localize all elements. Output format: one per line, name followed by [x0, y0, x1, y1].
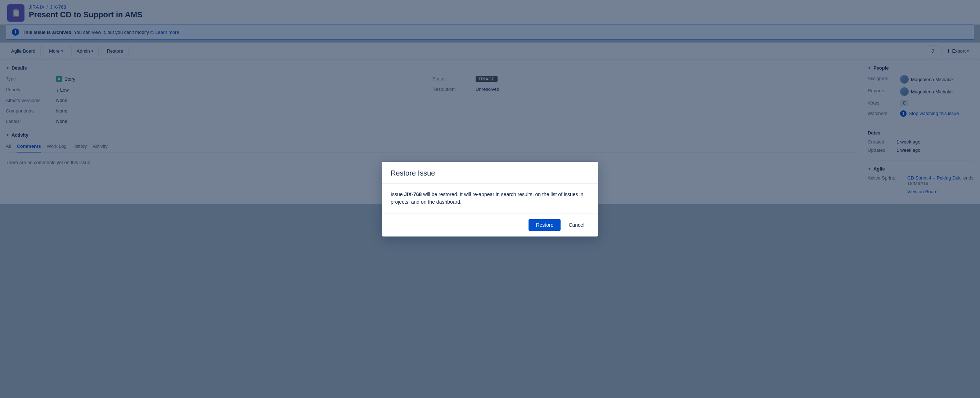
modal-cancel-button[interactable]: Cancel: [563, 219, 589, 231]
modal-body: Issue JIX-768 will be restored. It will …: [382, 184, 598, 213]
modal-header: Restore Issue: [382, 162, 598, 184]
modal-issue-id: JIX-768: [404, 192, 422, 197]
modal-footer: Restore Cancel: [382, 213, 598, 237]
modal-body-prefix: Issue: [391, 192, 404, 197]
modal: Restore Issue Issue JIX-768 will be rest…: [382, 162, 598, 237]
modal-title: Restore Issue: [391, 169, 589, 177]
modal-restore-button[interactable]: Restore: [528, 219, 560, 231]
modal-overlay: Restore Issue Issue JIX-768 will be rest…: [0, 0, 980, 398]
